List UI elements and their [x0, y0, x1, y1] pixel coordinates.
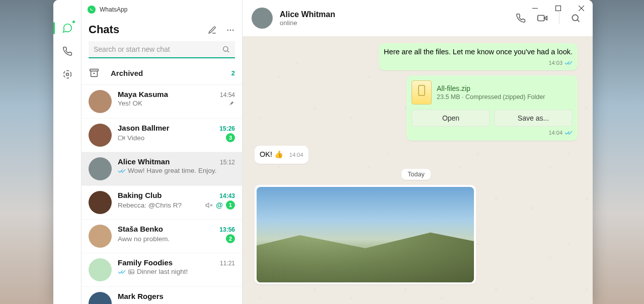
chat-item[interactable]: Family Foodies11:21 Dinner last night! [82, 253, 242, 287]
app-title-label: WhatsApp [100, 6, 127, 13]
message-list[interactable]: Here are all the files. Let me know once… [243, 36, 593, 304]
svg-point-5 [232, 30, 233, 31]
nav-rail [53, 0, 82, 304]
message-text: OK! 👍 [260, 150, 283, 160]
window-controls [523, 0, 593, 16]
chat-preview-text: Wow! Have great time. Enjoy. [128, 167, 217, 174]
unread-badge: 1 [226, 200, 235, 210]
chat-item[interactable]: Mark Rogers [82, 287, 242, 304]
new-chat-button[interactable] [208, 25, 217, 34]
file-save-button[interactable]: Save as... [494, 110, 573, 127]
pin-icon [228, 100, 235, 107]
chat-item[interactable]: Staša Benko13:56Aww no problem.2 [82, 220, 242, 253]
read-receipt-icon [565, 130, 573, 136]
chat-name: Staša Benko [118, 225, 163, 233]
svg-rect-7 [90, 69, 99, 71]
chat-item[interactable]: Maya Kasuma14:54Yes! OK [82, 85, 242, 119]
chat-time: 11:21 [220, 260, 235, 267]
archive-icon [89, 67, 101, 78]
archived-row[interactable]: Archived 2 [82, 61, 242, 85]
mention-icon: @ [216, 201, 223, 209]
window-maximize-button[interactable] [546, 0, 570, 16]
app-titlebar: WhatsApp [82, 0, 242, 16]
chat-avatar [89, 124, 112, 147]
chat-list-pane: WhatsApp Chats Archived 2 Maya Kasuma14:… [82, 0, 243, 304]
chat-item[interactable]: Alice Whitman15:12 Wow! Have great time.… [82, 152, 242, 186]
chat-name: Mark Rogers [118, 292, 164, 300]
chat-name: Baking Club [118, 191, 162, 199]
file-attachment-card[interactable]: All-files.zip 23.5 MB · Compressed (zipp… [407, 75, 578, 141]
chat-avatar [89, 157, 112, 180]
photo-icon [128, 268, 135, 275]
whatsapp-logo-icon [88, 6, 96, 14]
chat-avatar [89, 191, 112, 214]
window-close-button[interactable] [570, 0, 593, 16]
unread-indicator-icon [71, 20, 76, 24]
svg-point-2 [63, 71, 71, 78]
chat-list[interactable]: Maya Kasuma14:54Yes! OKJason Ballmer15:2… [82, 85, 242, 304]
chat-time: 15:12 [220, 159, 235, 166]
chat-time: 15:26 [219, 125, 235, 132]
rail-chats-button[interactable] [57, 18, 77, 38]
image-thumbnail[interactable] [257, 187, 474, 282]
chat-preview-text: Video [127, 134, 144, 142]
message-time: 14:04 [548, 130, 562, 136]
message-text: Here are all the files. Let me know once… [384, 48, 573, 56]
chat-avatar [89, 225, 112, 248]
read-receipt-icon [118, 168, 126, 174]
chat-preview-text: Yes! OK [118, 99, 142, 107]
whatsapp-window: WhatsApp Chats Archived 2 Maya Kasuma14:… [53, 0, 593, 304]
svg-point-10 [130, 271, 131, 272]
contact-name[interactable]: Alice Whitman [280, 10, 509, 19]
svg-point-6 [223, 47, 228, 51]
message-incoming[interactable]: OK! 👍 14:04 [255, 146, 308, 164]
file-meta: 23.5 MB · Compressed (zipped) Folder [437, 93, 545, 100]
video-icon [118, 134, 125, 142]
search-input[interactable] [89, 41, 235, 58]
chats-heading: Chats [89, 23, 119, 36]
contact-avatar[interactable] [252, 8, 273, 29]
search-icon [222, 45, 230, 53]
rail-calls-button[interactable] [57, 41, 77, 61]
more-menu-button[interactable] [226, 25, 235, 34]
message-time: 14:04 [289, 151, 303, 159]
rail-status-button[interactable] [57, 64, 77, 84]
read-receipt-icon [565, 60, 573, 66]
image-message[interactable] [255, 185, 476, 284]
chat-avatar [89, 90, 112, 113]
chat-name: Jason Ballmer [118, 124, 170, 132]
zip-file-icon [412, 80, 432, 105]
chat-name: Family Foodies [118, 258, 173, 267]
chat-avatar [89, 292, 112, 304]
svg-point-4 [230, 30, 231, 31]
window-minimize-button[interactable] [523, 0, 546, 16]
message-outgoing[interactable]: Here are all the files. Let me know once… [379, 43, 578, 70]
chat-preview-text: Dinner last night! [137, 268, 188, 275]
archived-label: Archived [111, 69, 221, 77]
read-receipt-icon [118, 269, 126, 275]
chat-time: 13:56 [219, 226, 235, 233]
file-name: All-files.zip [437, 84, 545, 92]
archived-count: 2 [231, 69, 235, 77]
message-time: 14:03 [548, 59, 562, 67]
conversation-pane: Alice Whitman online Here are all the fi… [243, 0, 593, 304]
svg-point-1 [66, 73, 68, 76]
chat-time: 14:54 [220, 91, 235, 98]
file-open-button[interactable]: Open [412, 110, 490, 127]
chat-name: Maya Kasuma [118, 90, 168, 98]
chat-avatar [89, 258, 112, 281]
chat-time: 14:43 [219, 192, 235, 199]
svg-rect-8 [118, 136, 123, 140]
svg-rect-0 [555, 6, 560, 11]
chat-item[interactable]: Baking Club14:43Rebecca: @Chris R?@1 [82, 186, 242, 220]
unread-badge: 3 [226, 133, 235, 142]
svg-rect-11 [538, 16, 544, 21]
chat-preview-text: Rebecca: @Chris R? [118, 201, 182, 209]
mute-icon [205, 201, 213, 209]
date-divider: Today [401, 169, 430, 180]
svg-point-3 [227, 30, 228, 31]
contact-status: online [280, 19, 509, 27]
chat-name: Alice Whitman [118, 157, 170, 166]
unread-badge: 2 [226, 234, 235, 243]
chat-item[interactable]: Jason Ballmer15:26 Video3 [82, 119, 242, 152]
